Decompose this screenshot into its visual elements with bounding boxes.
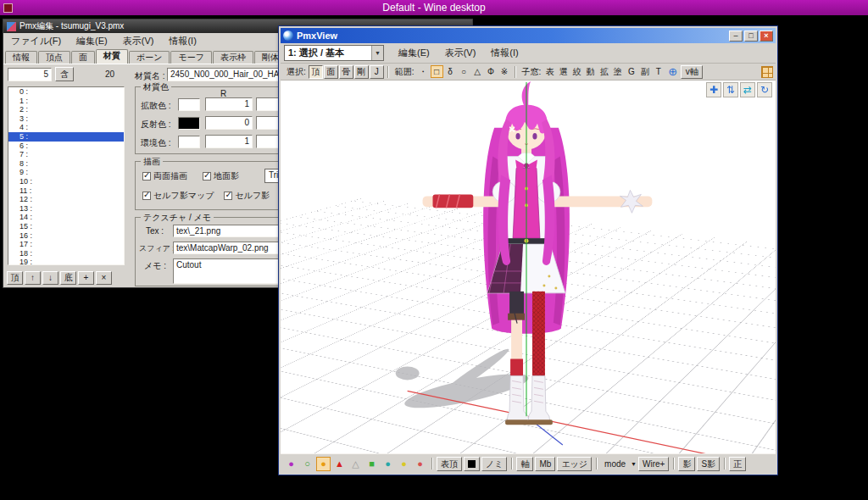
display-toggle-icon[interactable]: ■ bbox=[364, 457, 379, 471]
editor-tab[interactable]: モーフ bbox=[170, 51, 211, 64]
color-swatch[interactable] bbox=[178, 136, 200, 148]
close-button[interactable]: × bbox=[760, 31, 773, 42]
editor-menu-item[interactable]: 表示(V) bbox=[115, 34, 162, 48]
edge-button[interactable]: エッジ bbox=[557, 457, 592, 471]
hami-button[interactable]: ノミ bbox=[481, 457, 507, 471]
range-mode-button[interactable]: ・ bbox=[417, 65, 430, 78]
display-toggle-icon[interactable]: ● bbox=[284, 457, 298, 471]
view-nav-button[interactable]: ⇅ bbox=[723, 82, 738, 97]
pmxview-titlebar[interactable]: PmxView – □ × bbox=[281, 28, 776, 43]
select-target-button[interactable]: 剛 bbox=[354, 65, 369, 79]
chevron-down-icon[interactable]: ▼ bbox=[631, 461, 637, 467]
material-list[interactable]: 0 :1 :2 :3 :4 :5 :6 :7 :8 :9 :10 :11 :12… bbox=[8, 86, 125, 265]
gizmo-target-icon[interactable]: ⊕ bbox=[668, 65, 677, 78]
draw-checkbox[interactable]: セルフ影 bbox=[224, 190, 270, 202]
material-list-item[interactable]: 2 : bbox=[8, 105, 124, 114]
show-vertex-button[interactable]: 表頂 bbox=[437, 457, 462, 471]
view-nav-button[interactable]: ↻ bbox=[757, 82, 772, 97]
material-list-item[interactable]: 18 : bbox=[8, 249, 124, 258]
material-list-item[interactable]: 14 : bbox=[8, 213, 124, 222]
model-viewport[interactable]: ✚⇅⇄↻ bbox=[281, 81, 776, 453]
maximize-button[interactable]: □ bbox=[744, 31, 758, 42]
display-toggle-icon[interactable]: ● bbox=[413, 457, 427, 471]
select-target-button[interactable]: J bbox=[370, 65, 384, 79]
material-list-item[interactable]: 3 : bbox=[8, 114, 124, 124]
material-list-item[interactable]: 9 : bbox=[8, 168, 124, 177]
material-list-item[interactable]: 4 : bbox=[8, 123, 124, 132]
select-target-button[interactable]: 面 bbox=[324, 65, 338, 79]
child-window-button[interactable]: 表 bbox=[543, 65, 556, 78]
material-list-item[interactable]: 1 : bbox=[8, 97, 124, 106]
material-list-action-button[interactable]: ↓ bbox=[42, 271, 58, 285]
material-list-item[interactable]: 19 : bbox=[8, 258, 124, 265]
draw-checkbox[interactable]: 両面描画 bbox=[142, 170, 187, 182]
range-mode-button[interactable]: △ bbox=[471, 65, 484, 78]
view-nav-button[interactable]: ✚ bbox=[706, 82, 721, 97]
display-toggle-icon[interactable]: ○ bbox=[300, 457, 314, 471]
material-list-item[interactable]: 7 : bbox=[8, 150, 124, 159]
v-axis-button[interactable]: v軸 bbox=[681, 65, 703, 79]
select-target-button[interactable]: 骨 bbox=[339, 65, 353, 79]
child-window-button[interactable]: 副 bbox=[638, 65, 651, 78]
draw-checkbox[interactable]: 地面影 bbox=[203, 170, 239, 182]
edit-mode-select[interactable]: 1: 選択 / 基本 ▼ bbox=[284, 45, 384, 61]
material-list-item[interactable]: 17 : bbox=[8, 240, 124, 249]
editor-tab[interactable]: 表示枠 bbox=[213, 51, 253, 64]
material-index-input[interactable]: 5 bbox=[8, 68, 52, 81]
editor-tab[interactable]: 情報 bbox=[5, 51, 37, 64]
color-value-r[interactable]: 1 bbox=[205, 97, 253, 111]
child-window-button[interactable]: 動 bbox=[584, 65, 597, 78]
draw-checkbox[interactable]: セルフ影マップ bbox=[142, 190, 214, 202]
editor-tab[interactable]: 面 bbox=[71, 51, 95, 64]
wire-mode-button[interactable]: Wire+ bbox=[638, 457, 669, 471]
chevron-down-icon[interactable]: ▼ bbox=[371, 46, 383, 60]
checkbox-box[interactable] bbox=[142, 192, 151, 200]
editor-menu-item[interactable]: 編集(E) bbox=[69, 34, 115, 48]
front-view-button[interactable]: 正 bbox=[729, 457, 746, 471]
material-list-action-button[interactable]: 底 bbox=[60, 271, 76, 285]
material-list-item[interactable]: 10 : bbox=[8, 177, 124, 186]
material-list-item[interactable]: 15 : bbox=[8, 222, 124, 231]
child-window-button[interactable]: G bbox=[625, 65, 637, 78]
color-value-r[interactable]: 1 bbox=[205, 135, 253, 148]
material-list-item[interactable]: 0 : bbox=[8, 87, 124, 97]
pmxview-menu-item[interactable]: 編集(E) bbox=[391, 46, 437, 60]
mode-label[interactable]: mode bbox=[604, 459, 626, 469]
checkbox-box[interactable] bbox=[203, 172, 211, 181]
checkbox-box[interactable] bbox=[224, 192, 232, 200]
minimize-button[interactable]: – bbox=[729, 31, 743, 42]
range-mode-button[interactable]: ※ bbox=[498, 65, 511, 78]
child-window-button[interactable]: 絞 bbox=[570, 65, 583, 78]
range-mode-button[interactable]: □ bbox=[431, 65, 443, 78]
material-list-item[interactable]: 5 : bbox=[8, 132, 124, 142]
editor-tab[interactable]: 頂点 bbox=[38, 51, 70, 64]
pmxview-menu-item[interactable]: 表示(V) bbox=[437, 46, 484, 60]
color-swatch[interactable] bbox=[178, 117, 200, 130]
material-list-item[interactable]: 11 : bbox=[8, 186, 124, 196]
display-toggle-icon[interactable]: ● bbox=[397, 457, 411, 471]
editor-menu-item[interactable]: ファイル(F) bbox=[3, 34, 69, 48]
child-window-button[interactable]: 塗 bbox=[611, 65, 624, 78]
self-shadow-button[interactable]: S影 bbox=[697, 457, 720, 471]
include-button[interactable]: 含 bbox=[55, 67, 74, 81]
axis-button[interactable]: 軸 bbox=[516, 457, 533, 471]
material-list-item[interactable]: 13 : bbox=[8, 204, 124, 214]
material-list-item[interactable]: 6 : bbox=[8, 142, 124, 151]
range-mode-button[interactable]: ○ bbox=[458, 65, 470, 78]
child-window-button[interactable]: 選 bbox=[557, 65, 570, 78]
child-window-button[interactable]: T bbox=[652, 65, 665, 78]
checkbox-box[interactable] bbox=[142, 172, 151, 181]
display-toggle-icon[interactable]: ● bbox=[381, 457, 395, 471]
material-list-item[interactable]: 12 : bbox=[8, 195, 124, 204]
color-value-r[interactable]: 0 bbox=[205, 116, 253, 130]
display-toggle-icon[interactable]: ● bbox=[316, 457, 331, 471]
shadow-button[interactable]: 影 bbox=[678, 457, 695, 471]
material-list-action-button[interactable]: 頂 bbox=[7, 271, 23, 285]
pmxview-menu-item[interactable]: 情報(I) bbox=[483, 46, 526, 60]
display-toggle-icon[interactable]: △ bbox=[348, 457, 363, 471]
material-list-item[interactable]: 8 : bbox=[8, 159, 124, 169]
vertex-color-swatch[interactable] bbox=[464, 457, 480, 471]
range-mode-button[interactable]: δ bbox=[444, 65, 457, 78]
editor-menu-item[interactable]: 情報(I) bbox=[161, 34, 203, 48]
color-swatch[interactable] bbox=[178, 98, 200, 111]
